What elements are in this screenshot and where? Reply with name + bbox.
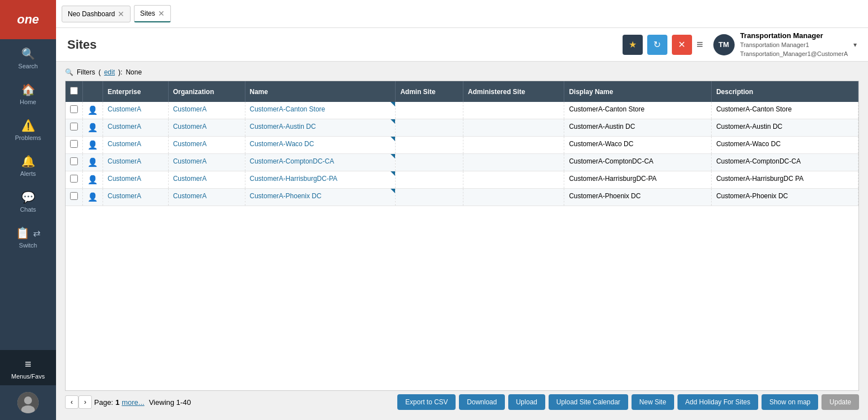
name-cell[interactable]: CustomerA-Canton Store [245,102,396,119]
svg-point-1 [24,396,32,404]
filter-icon: 🔍 [65,68,73,76]
user-info: TM Transportation Manager Transportation… [713,31,857,58]
row-checkbox[interactable] [70,175,78,183]
col-enterprise: Enterprise [103,81,169,102]
row-checkbox[interactable] [70,192,78,200]
tab-neo-dashboard-close[interactable]: ✕ [118,10,124,18]
row-checkbox-cell [66,137,83,154]
enterprise-cell[interactable]: CustomerA [103,119,169,137]
tab-neo-dashboard[interactable]: Neo Dashboard ✕ [62,6,131,22]
upload-button[interactable]: Upload [508,394,545,410]
filters-edit-link[interactable]: edit [104,68,115,76]
row-person-icon: 👤 [87,175,98,184]
download-button[interactable]: Download [459,394,504,410]
problems-icon: ⚠️ [21,119,35,132]
organization-cell[interactable]: CustomerA [168,154,245,171]
sidebar-item-chats[interactable]: 💬 Chats [0,183,56,218]
administered-site-cell [463,154,564,171]
user-details: Transportation Manager Transportation Ma… [740,31,848,58]
show-on-map-button[interactable]: Show on map [762,394,818,410]
enterprise-cell[interactable]: CustomerA [103,102,169,119]
name-cell[interactable]: CustomerA-HarrisburgDC-PA [245,171,396,189]
name-cell[interactable]: CustomerA-ComptonDC-CA [245,154,396,171]
sidebar-item-search[interactable]: 🔍 Search [0,39,56,75]
tab-sites-close[interactable]: ✕ [158,9,165,18]
display-name-cell: CustomerA-Canton Store [564,102,712,119]
select-all-checkbox[interactable] [70,87,78,95]
name-cell[interactable]: CustomerA-Waco DC [245,137,396,154]
flag-indicator [391,119,395,124]
update-button[interactable]: Update [821,394,859,410]
table-row: 👤 CustomerA CustomerA CustomerA-Phoenix … [66,189,858,206]
row-icon-cell: 👤 [83,189,103,206]
administered-site-cell [463,102,564,119]
col-admin-site: Admin Site [396,81,463,102]
export-csv-button[interactable]: Export to CSV [397,394,456,410]
organization-cell[interactable]: CustomerA [168,137,245,154]
tab-sites[interactable]: Sites ✕ [134,5,171,22]
sidebar-user-avatar[interactable] [0,385,56,420]
next-page-button[interactable]: › [78,395,92,409]
user-photo-icon [17,392,39,413]
filters-paren-close: ): [118,68,122,76]
row-checkbox[interactable] [70,157,78,165]
prev-page-button[interactable]: ‹ [65,395,78,409]
organization-cell[interactable]: CustomerA [168,189,245,206]
close-page-button[interactable]: ✕ [672,35,692,55]
administered-site-cell [463,189,564,206]
row-person-icon: 👤 [87,157,98,167]
name-cell[interactable]: CustomerA-Austin DC [245,119,396,137]
page-number: 1 [115,398,119,407]
admin-site-cell [396,189,463,206]
display-name-cell: CustomerA-Phoenix DC [564,189,712,206]
tab-sites-label: Sites [140,10,155,17]
menu-button[interactable]: ≡ [697,38,703,51]
enterprise-cell[interactable]: CustomerA [103,171,169,189]
organization-cell[interactable]: CustomerA [168,171,245,189]
content-area: 🔍 Filters ( edit ): None Enterprise Orga… [56,62,868,420]
sidebar-item-alerts[interactable]: 🔔 Alerts [0,147,56,183]
administered-site-cell [463,119,564,137]
organization-cell[interactable]: CustomerA [168,102,245,119]
more-link[interactable]: more... [122,398,144,407]
new-site-button[interactable]: New Site [632,394,674,410]
page-title: Sites [67,38,623,52]
sidebar-item-switch[interactable]: 📋 ⇄ Switch [0,218,56,254]
name-cell[interactable]: CustomerA-Phoenix DC [245,189,396,206]
admin-site-cell [396,102,463,119]
table-header-row: Enterprise Organization Name Admin Site … [66,81,858,102]
sidebar-item-problems[interactable]: ⚠️ Problems [0,111,56,147]
main-area: Neo Dashboard ✕ Sites ✕ Sites ★ ↻ ✕ ≡ TM… [56,0,868,420]
viewing-label: Viewing 1-40 [149,398,191,407]
row-checkbox-cell [66,154,83,171]
user-dropdown-icon[interactable]: ▾ [853,41,857,49]
upload-site-calendar-button[interactable]: Upload Site Calendar [549,394,628,410]
favorite-button[interactable]: ★ [623,35,643,55]
table-row: 👤 CustomerA CustomerA CustomerA-Canton S… [66,102,858,119]
row-checkbox[interactable] [70,105,78,113]
enterprise-cell[interactable]: CustomerA [103,154,169,171]
col-name: Name [245,81,396,102]
enterprise-cell[interactable]: CustomerA [103,137,169,154]
row-person-icon: 👤 [87,140,98,150]
row-checkbox[interactable] [70,123,78,130]
menus-icon: ≡ [25,358,31,371]
col-organization: Organization [168,81,245,102]
flag-indicator [391,171,395,176]
admin-site-cell [396,154,463,171]
add-holiday-button[interactable]: Add Holiday For Sites [677,394,758,410]
admin-site-cell [396,119,463,137]
sites-table-wrapper[interactable]: Enterprise Organization Name Admin Site … [65,81,859,391]
switch-icon: 📋 [16,226,30,240]
organization-cell[interactable]: CustomerA [168,119,245,137]
enterprise-cell[interactable]: CustomerA [103,189,169,206]
refresh-button[interactable]: ↻ [647,35,667,55]
row-checkbox[interactable] [70,140,78,148]
sidebar-item-menus[interactable]: ≡ Menus/Favs [0,350,56,385]
display-name-cell: CustomerA-ComptonDC-CA [564,154,712,171]
sidebar-label-switch: Switch [19,242,37,249]
sidebar-label-alerts: Alerts [20,170,36,177]
sidebar-item-home[interactable]: 🏠 Home [0,75,56,111]
row-checkbox-cell [66,171,83,189]
col-checkbox [66,81,83,102]
